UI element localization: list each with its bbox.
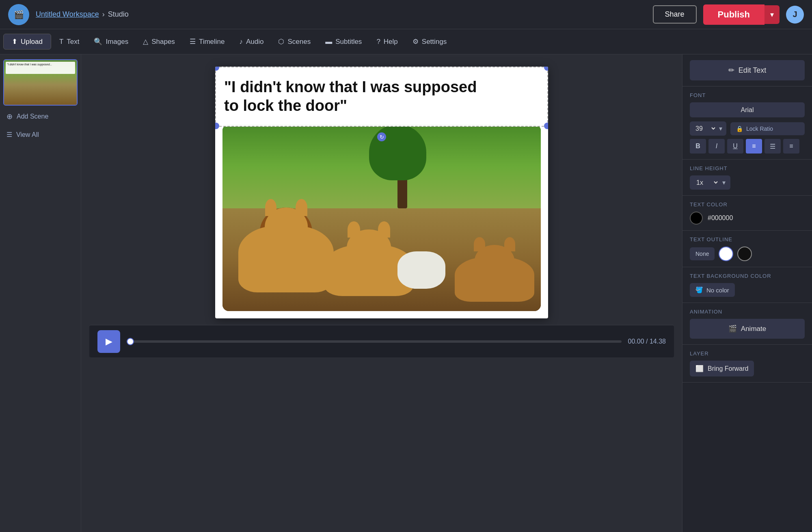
images-label: Images — [106, 38, 128, 46]
user-avatar[interactable]: J — [786, 6, 804, 24]
add-scene-label: Add Scene — [17, 113, 48, 120]
color-row: #000000 — [690, 212, 805, 225]
font-size-chevron-icon: ▾ — [719, 125, 722, 132]
settings-button[interactable]: ⚙ Settings — [406, 34, 453, 49]
align-center-icon: ☰ — [770, 143, 775, 150]
view-all-label: View All — [16, 131, 39, 138]
selection-handle-tr[interactable] — [544, 67, 548, 71]
app-logo[interactable]: 🎬 — [8, 4, 29, 25]
font-size-container: 39 ▾ — [690, 121, 726, 136]
add-scene-icon: ⊕ — [6, 112, 13, 121]
bold-button[interactable]: B — [690, 139, 706, 154]
scenes-icon: ⬡ — [278, 37, 284, 46]
selection-handle-br[interactable] — [544, 123, 548, 129]
timeline-label: Timeline — [199, 38, 225, 46]
play-icon: ▶ — [106, 336, 112, 347]
images-icon: 🔍 — [94, 37, 102, 46]
align-right-button[interactable]: ≡ — [783, 139, 799, 154]
text-button[interactable]: T Text — [53, 35, 86, 49]
view-all-button[interactable]: ☰ View All — [3, 128, 78, 142]
line-height-chevron-icon: ▾ — [722, 179, 726, 186]
share-button[interactable]: Share — [653, 5, 697, 24]
upload-icon: ⬆ — [12, 37, 17, 46]
canvas-area: ↻ "I didn't know that I was supposed to … — [81, 54, 682, 532]
subtitles-label: Subtitles — [335, 38, 362, 46]
rotate-handle[interactable]: ↻ — [377, 132, 386, 141]
scene-preview-text: "I didn't know that I was supposed... — [7, 63, 52, 66]
total-time: 14.38 — [650, 338, 666, 345]
align-center-button[interactable]: ☰ — [764, 139, 781, 154]
layer-section: LAYER ⬜ Bring Forward — [682, 345, 812, 383]
selection-handle-bl[interactable] — [215, 123, 219, 129]
italic-button[interactable]: I — [708, 139, 725, 154]
text-label: Text — [67, 38, 79, 46]
text-icon: T — [59, 38, 63, 46]
bg-color-row: 🪣 No color — [690, 283, 805, 297]
timeline-button[interactable]: ☰ Timeline — [183, 34, 231, 49]
timeline-scrubber[interactable] — [127, 340, 622, 343]
timeline-time: 00.00 / 14.38 — [628, 338, 666, 345]
align-left-icon: ≡ — [752, 143, 756, 150]
bg-no-color-label: No color — [706, 287, 729, 294]
scrubber-thumb[interactable] — [127, 338, 134, 345]
upload-button[interactable]: ⬆ Upload — [3, 34, 51, 50]
bring-forward-button[interactable]: ⬜ Bring Forward — [690, 361, 754, 376]
lion-scene — [222, 124, 541, 311]
shapes-label: Shapes — [151, 38, 175, 46]
text-color-value: #000000 — [708, 214, 733, 222]
font-label: FONT — [690, 92, 805, 98]
text-color-section: TEXT COLOR #000000 — [682, 196, 812, 231]
align-left-button[interactable]: ≡ — [746, 139, 762, 154]
bring-forward-label: Bring Forward — [708, 365, 748, 372]
images-button[interactable]: 🔍 Images — [87, 34, 135, 49]
audio-label: Audio — [246, 38, 263, 46]
outline-none-button[interactable]: None — [690, 247, 715, 260]
outline-color-swatch-white[interactable] — [719, 247, 733, 261]
publish-dropdown-button[interactable]: ▾ — [764, 5, 780, 24]
font-size-row: 39 ▾ 🔒 Lock Ratio — [690, 121, 805, 136]
animate-button[interactable]: 🎬 Animate — [690, 319, 805, 339]
current-time: 00.00 — [628, 338, 644, 345]
edit-text-button[interactable]: ✏ Edit Text — [690, 60, 805, 80]
help-button[interactable]: ? Help — [370, 35, 404, 49]
animate-icon: 🎬 — [728, 324, 737, 333]
scenes-label: Scenes — [287, 38, 311, 46]
edit-text-label: Edit Text — [739, 66, 767, 75]
underline-button[interactable]: U — [727, 139, 743, 154]
workspace-link[interactable]: Untitled Workspace — [36, 10, 99, 19]
publish-button[interactable]: Publish — [703, 4, 764, 25]
text-line1: "I didn't know that I was supposed — [224, 78, 477, 95]
paint-bucket-icon: 🪣 — [695, 286, 703, 294]
scene-thumbnail[interactable]: ⬜ 🗑 14s "I didn't know that I was suppos… — [3, 59, 78, 106]
scenes-button[interactable]: ⬡ Scenes — [272, 34, 317, 49]
logo-icon: 🎬 — [14, 10, 24, 19]
text-line2: to lock the door" — [224, 97, 347, 114]
text-bg-color-label: TEXT BACKGROUND COLOR — [690, 273, 805, 279]
layer-label: LAYER — [690, 350, 805, 357]
line-height-select[interactable]: 1x — [695, 179, 719, 186]
play-button[interactable]: ▶ — [97, 330, 120, 353]
shapes-button[interactable]: △ Shapes — [136, 34, 181, 49]
text-color-swatch[interactable] — [690, 212, 703, 225]
main-area: ⬜ 🗑 14s "I didn't know that I was suppos… — [0, 54, 812, 532]
selection-handle-tl[interactable] — [215, 67, 219, 71]
font-selector[interactable]: Arial — [690, 102, 805, 117]
text-outline-section: TEXT OUTLINE None — [682, 231, 812, 267]
settings-icon: ⚙ — [412, 37, 419, 46]
bg-no-color-button[interactable]: 🪣 No color — [690, 283, 735, 297]
font-size-select[interactable]: 39 — [694, 125, 717, 132]
edit-text-section: ✏ Edit Text — [682, 54, 812, 87]
subtitles-button[interactable]: ▬ Subtitles — [319, 35, 368, 49]
view-all-icon: ☰ — [6, 131, 12, 138]
outline-color-swatch-black[interactable] — [737, 247, 752, 261]
text-element[interactable]: ↻ "I didn't know that I was supposed to … — [215, 67, 548, 127]
left-sidebar: ⬜ 🗑 14s "I didn't know that I was suppos… — [0, 54, 81, 532]
add-scene-button[interactable]: ⊕ Add Scene — [3, 109, 78, 124]
lock-icon: 🔒 — [736, 125, 743, 132]
right-panel: ✏ Edit Text FONT Arial 39 ▾ 🔒 Lock Ratio — [682, 54, 812, 532]
lock-ratio-button[interactable]: 🔒 Lock Ratio — [730, 122, 805, 135]
text-outline-label: TEXT OUTLINE — [690, 236, 805, 242]
canvas-frame[interactable]: ↻ "I didn't know that I was supposed to … — [215, 67, 548, 318]
audio-button[interactable]: ♪ Audio — [233, 35, 270, 49]
text-format-row: B I U ≡ ☰ ≡ — [690, 139, 805, 154]
